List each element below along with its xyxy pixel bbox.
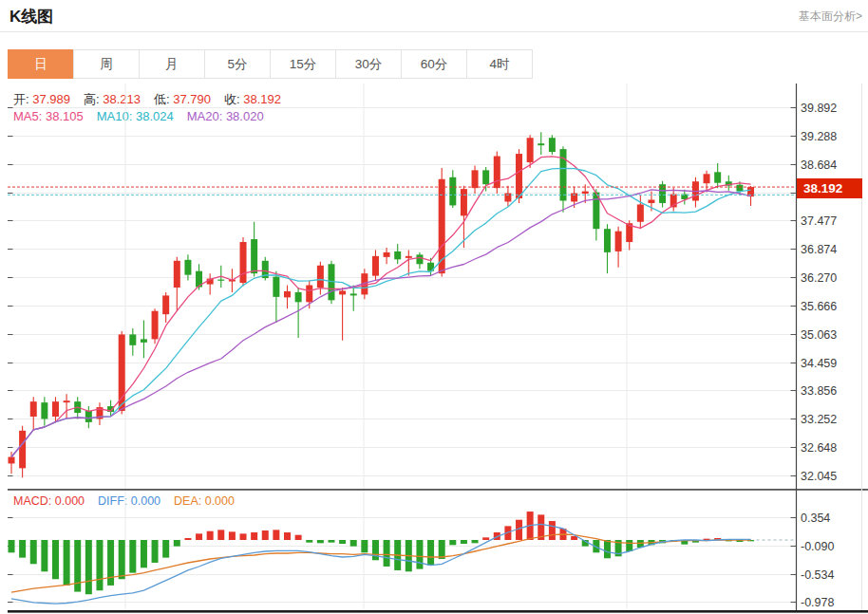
kline-chart[interactable]: 39.89239.28838.68438.08137.47736.87436.2… [0, 0, 868, 614]
svg-text:34.459: 34.459 [801, 357, 837, 370]
svg-text:-0.534: -0.534 [801, 568, 834, 582]
svg-text:37.477: 37.477 [801, 214, 837, 228]
candles-layer [9, 132, 755, 477]
svg-text:0.354: 0.354 [801, 512, 830, 525]
svg-text:36.874: 36.874 [801, 243, 837, 256]
svg-text:39.288: 39.288 [801, 130, 837, 143]
svg-text:35.063: 35.063 [801, 328, 837, 342]
chart-frame [8, 84, 868, 613]
macd-axis-labels: 0.354-0.090-0.534-0.978 [801, 512, 834, 609]
last-price-badge: 38.192 [797, 178, 862, 198]
svg-text:38.684: 38.684 [801, 158, 837, 172]
svg-text:33.252: 33.252 [801, 413, 837, 426]
svg-text:32.045: 32.045 [801, 470, 837, 483]
kline-widget: K线图 基本面分析> 日周月5分15分30分60分4时 开: 37.989高: … [0, 0, 868, 614]
svg-text:39.892: 39.892 [801, 102, 837, 115]
macd-histogram [9, 512, 755, 594]
ma20-line [11, 190, 751, 457]
svg-text:35.666: 35.666 [801, 300, 837, 313]
price-axis-labels: 39.89239.28838.68438.08137.47736.87436.2… [801, 102, 837, 483]
svg-text:32.648: 32.648 [801, 441, 837, 455]
svg-text:33.856: 33.856 [801, 384, 837, 398]
svg-text:-0.090: -0.090 [801, 540, 834, 553]
svg-text:-0.978: -0.978 [801, 596, 834, 609]
svg-text:36.270: 36.270 [801, 271, 837, 285]
